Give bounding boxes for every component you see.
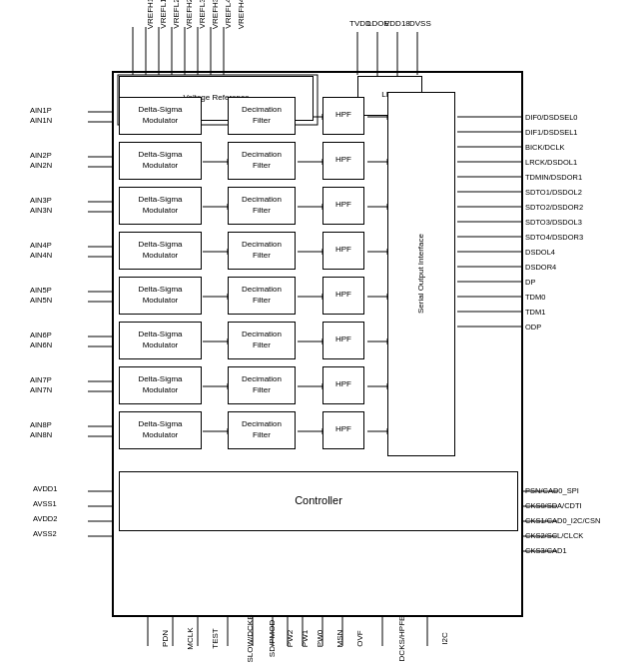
serial-output-block: Serial Output Interface xyxy=(387,92,455,456)
ds-label-5: Delta-SigmaModulator xyxy=(138,285,182,306)
dec-filter-7: DecimationFilter xyxy=(228,366,296,404)
hpf-label-8: HPF xyxy=(335,424,351,434)
pin-sdto4: SDTO4/DSDOR3 xyxy=(525,233,583,242)
dec-filter-5: DecimationFilter xyxy=(228,277,296,315)
pin-ain1p: AIN1P xyxy=(30,106,52,115)
hpf-3: HPF xyxy=(322,187,364,225)
pin-ain1n: AIN1N xyxy=(30,116,52,125)
pin-test: TEST xyxy=(211,613,220,663)
ds-label-8: Delta-SigmaModulator xyxy=(138,419,182,440)
pin-ain6p: AIN6P xyxy=(30,331,52,339)
pin-avss1: AVSS1 xyxy=(33,499,57,508)
pin-dp: DP xyxy=(525,278,535,287)
dec-label-5: DecimationFilter xyxy=(242,285,282,306)
pin-sdto3: SDTO3/DSDOL3 xyxy=(525,218,582,227)
pin-dif0: DIF0/DSDSEL0 xyxy=(525,113,578,122)
hpf-label-7: HPF xyxy=(335,379,351,389)
pin-ain4n: AIN4N xyxy=(30,251,52,260)
hpf-4: HPF xyxy=(322,232,364,270)
hpf-label-1: HPF xyxy=(335,110,351,120)
pin-msn: MSN xyxy=(335,613,344,663)
pin-avdd2: AVDD2 xyxy=(33,514,57,523)
pin-sdto2: SDTO2/DSDOR2 xyxy=(525,203,583,212)
pin-mclk: MCLK xyxy=(186,613,195,663)
pin-cks2: CKS2/SCL/CLCK xyxy=(525,531,583,540)
pin-tdm0: TDM0 xyxy=(525,293,545,302)
dec-filter-1: DecimationFilter xyxy=(228,97,296,135)
pin-ain2p: AIN2P xyxy=(30,151,52,160)
hpf-5: HPF xyxy=(322,277,364,315)
pin-tdm1: TDM1 xyxy=(525,308,545,317)
pin-vrefh2: VREFH2 xyxy=(185,0,194,38)
pin-dvss: DVSS xyxy=(409,19,431,28)
pin-vrefl4: VREFL4 xyxy=(224,0,233,38)
pin-ain8p: AIN8P xyxy=(30,420,52,429)
ds-mod-3: Delta-SigmaModulator xyxy=(119,187,202,225)
pin-sdpmod: SD/PMOD xyxy=(268,611,277,666)
pin-ain6n: AIN6N xyxy=(30,340,52,349)
pin-ain7n: AIN7N xyxy=(30,385,52,394)
hpf-7: HPF xyxy=(322,366,364,404)
dec-filter-4: DecimationFilter xyxy=(228,232,296,270)
pin-cks0: CKS0/SDA/CDTI xyxy=(525,501,582,510)
pin-vrefh1: VREFH1 xyxy=(146,0,155,38)
pin-pw2: PW2 xyxy=(286,613,295,663)
pin-bick: BICK/DCLK xyxy=(525,143,565,152)
pin-vrefl2: VREFL2 xyxy=(172,0,181,38)
hpf-label-3: HPF xyxy=(335,200,351,210)
dec-label-6: DecimationFilter xyxy=(242,330,282,350)
pin-dsdol4: DSDOL4 xyxy=(525,248,555,257)
pin-vrefl3: VREFL3 xyxy=(198,0,207,38)
connection-lines xyxy=(28,17,607,656)
pin-avdd1: AVDD1 xyxy=(33,484,57,493)
dec-label-8: DecimationFilter xyxy=(242,419,282,440)
dec-filter-6: DecimationFilter xyxy=(228,322,296,359)
pin-dif1: DIF1/DSDSEL1 xyxy=(525,128,578,137)
dec-label-1: DecimationFilter xyxy=(242,105,282,126)
dec-label-4: DecimationFilter xyxy=(242,240,282,261)
pin-i2c: I2C xyxy=(440,613,449,663)
hpf-1: HPF xyxy=(322,97,364,135)
ds-mod-7: Delta-SigmaModulator xyxy=(119,366,202,404)
hpf-2: HPF xyxy=(322,142,364,180)
hpf-label-5: HPF xyxy=(335,290,351,300)
pin-slow: SLOW/DCKB xyxy=(246,608,255,668)
controller-label: Controller xyxy=(295,493,342,507)
pin-lrck: LRCK/DSDOL1 xyxy=(525,158,577,167)
dec-filter-2: DecimationFilter xyxy=(228,142,296,180)
dec-label-2: DecimationFilter xyxy=(242,150,282,171)
serial-output-label: Serial Output Interface xyxy=(416,234,426,314)
pin-vdd18: VDD18 xyxy=(384,19,410,28)
pin-dcks: DCKS/HPFE xyxy=(397,611,406,666)
pin-ain5n: AIN5N xyxy=(30,296,52,305)
pin-ain4p: AIN4P xyxy=(30,241,52,250)
ds-mod-4: Delta-SigmaModulator xyxy=(119,232,202,270)
dec-filter-8: DecimationFilter xyxy=(228,411,296,449)
hpf-label-4: HPF xyxy=(335,245,351,255)
dec-label-7: DecimationFilter xyxy=(242,374,282,395)
pin-pw0: PW0 xyxy=(316,613,324,663)
pin-cks1: CKS1/CAD0_I2C/CSN xyxy=(525,516,600,525)
ds-label-3: Delta-SigmaModulator xyxy=(138,195,182,216)
dec-label-3: DecimationFilter xyxy=(242,195,282,216)
pin-avss2: AVSS2 xyxy=(33,529,57,538)
pin-cks3: CKS3/CAD1 xyxy=(525,546,567,555)
pin-vrefh4: VREFH4 xyxy=(237,0,246,38)
ds-label-4: Delta-SigmaModulator xyxy=(138,240,182,261)
ds-mod-2: Delta-SigmaModulator xyxy=(119,142,202,180)
pin-pdn: PDN xyxy=(161,613,170,663)
ds-mod-8: Delta-SigmaModulator xyxy=(119,411,202,449)
ds-mod-6: Delta-SigmaModulator xyxy=(119,322,202,359)
pin-ain5p: AIN5P xyxy=(30,286,52,295)
pin-ovf: OVF xyxy=(355,613,364,663)
pin-dsdor4: DSDOR4 xyxy=(525,263,556,272)
hpf-label-2: HPF xyxy=(335,155,351,165)
pin-odp: ODP xyxy=(525,323,541,332)
hpf-6: HPF xyxy=(322,322,364,359)
pin-pw1: PW1 xyxy=(301,613,310,663)
hpf-label-6: HPF xyxy=(335,335,351,344)
ds-mod-5: Delta-SigmaModulator xyxy=(119,277,202,315)
ds-label-2: Delta-SigmaModulator xyxy=(138,150,182,171)
pin-ain7p: AIN7P xyxy=(30,375,52,384)
ds-mod-1: Delta-SigmaModulator xyxy=(119,97,202,135)
